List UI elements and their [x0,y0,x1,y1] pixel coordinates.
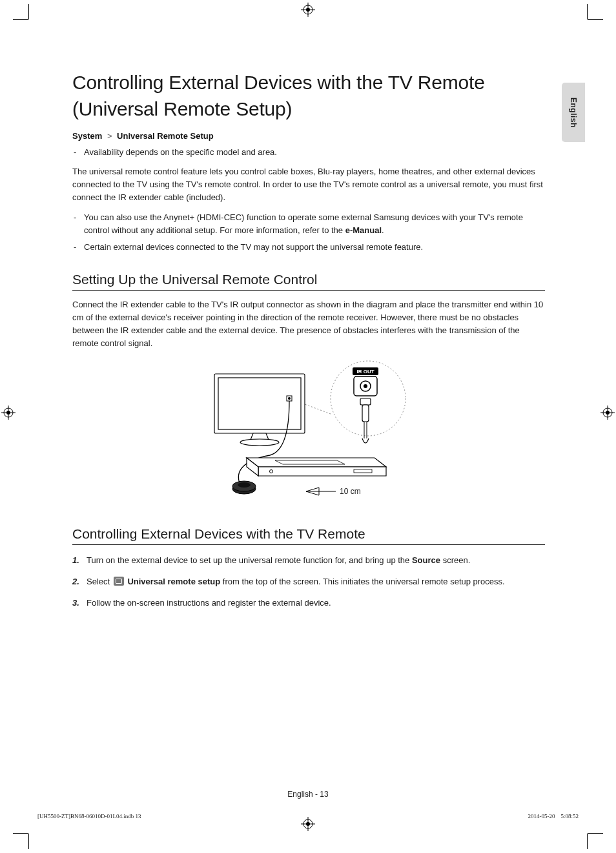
step-item: 1. Turn on the external device to set up… [87,553,545,568]
steps-list: 1. Turn on the external device to set up… [72,553,545,611]
step-text: from the top of the screen. This initiat… [220,577,505,586]
step-number: 1. [72,553,79,568]
crop-mark [588,833,603,834]
registration-mark-icon [301,3,315,17]
page-footer-left: [UH5500-ZT]BN68-06010D-01L04.indb 13 [37,813,141,819]
breadcrumb: System > Universal Remote Setup [72,131,545,141]
crop-mark [587,834,588,849]
breadcrumb-root: System [72,131,102,141]
crop-mark [13,19,28,20]
step-text: Follow the on-screen instructions and re… [87,598,331,608]
page-footer-center: English - 13 [0,790,616,799]
manual-page: English Controlling External Devices wit… [0,0,616,853]
svg-point-15 [306,822,310,826]
crop-mark [587,4,588,19]
registration-mark-icon [301,817,315,831]
breadcrumb-separator: > [105,131,115,141]
step-item: 3. Follow the on-screen instructions and… [87,595,545,610]
registration-mark-icon [1,406,15,420]
distance-label: 10 cm [340,487,361,496]
svg-point-33 [238,482,251,488]
connection-diagram: IR OUT [72,360,545,508]
crop-mark [28,834,29,849]
emanual-ref: e-Manual [345,225,382,235]
section-heading: Setting Up the Universal Remote Control [72,272,545,291]
svg-point-28 [288,397,291,400]
crop-mark [13,833,28,834]
svg-point-20 [364,384,367,388]
crop-mark [588,19,603,20]
svg-point-11 [606,411,610,415]
step-text: Turn on the external device to set up th… [87,555,412,565]
note-list: You can also use the Anynet+ (HDMI-CEC) … [72,211,545,254]
universal-remote-icon [114,577,124,586]
breadcrumb-leaf: Universal Remote Setup [117,131,214,141]
note-text: You can also use the Anynet+ (HDMI-CEC) … [84,212,523,235]
language-tab-label: English [569,98,578,128]
step-text: Select [87,577,112,586]
note-item: Certain external devices connected to th… [84,241,545,254]
svg-point-7 [6,411,10,415]
page-title: Controlling External Devices with the TV… [72,70,545,122]
note-list: Availability depends on the specific mod… [72,146,545,159]
note-item: Availability depends on the specific mod… [84,146,545,159]
page-content: Controlling External Devices with the TV… [72,70,545,617]
section-paragraph: Connect the IR extender cable to the TV'… [72,298,545,351]
note-text: . [382,225,384,235]
crop-mark [28,4,29,19]
step-text: screen. [440,555,470,565]
step-number: 3. [72,595,79,610]
intro-paragraph: The universal remote control feature let… [72,165,545,204]
step-item: 2. Select Universal remote setup from th… [87,574,545,589]
source-ref: Source [412,555,440,565]
svg-point-26 [240,439,279,446]
svg-point-3 [306,8,310,12]
step-number: 2. [72,574,79,589]
universal-remote-ref: Universal remote setup [127,577,220,586]
svg-rect-22 [362,405,369,422]
page-footer-right: 2014-05-20 5:08:52 [528,813,579,819]
ir-out-label: IR OUT [356,369,374,375]
note-item: You can also use the Anynet+ (HDMI-CEC) … [84,211,545,237]
registration-mark-icon [601,406,615,420]
language-tab: English [562,83,585,142]
svg-rect-21 [360,398,371,405]
section-heading: Controlling External Devices with the TV… [72,526,545,545]
